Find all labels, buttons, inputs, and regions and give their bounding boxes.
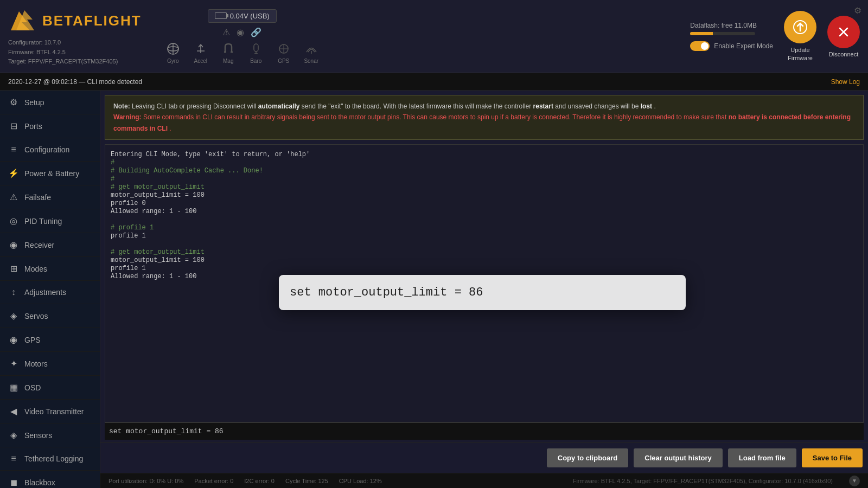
sidebar: ⚙ Setup ⊟ Ports ≡ Configuration ⚡ Power … xyxy=(0,91,100,488)
sidebar-label-adjustments: Adjustments xyxy=(24,288,66,297)
note-text2: send the "exit" to the board. With the l… xyxy=(302,102,533,110)
sensor-gyro[interactable]: Gyro xyxy=(163,41,183,64)
port-util-item: Port utilization: D: 0% U: 0% xyxy=(108,478,183,484)
expert-mode-toggle[interactable] xyxy=(690,41,710,51)
show-log-button[interactable]: Show Log xyxy=(831,78,860,86)
video-tx-icon: ◀ xyxy=(8,406,19,416)
topbar: ⚙ BETAFLIGHT Configurator: 10.7.0 Firmwa… xyxy=(0,0,868,73)
load-from-file-button[interactable]: Load from file xyxy=(728,448,796,467)
configuration-icon: ≡ xyxy=(8,145,19,155)
sensor-baro[interactable]: Baro xyxy=(246,41,266,64)
cli-line-5: motor_output_limit = 100 xyxy=(111,191,858,199)
sidebar-item-tethered-logging[interactable]: ≡ Tethered Logging xyxy=(0,447,100,471)
sidebar-label-blackbox: Blackbox xyxy=(24,478,55,487)
cli-terminal[interactable]: Entering CLI Mode, type 'exit' to return… xyxy=(105,144,864,422)
sonar-label: Sonar xyxy=(304,58,318,64)
content-area: Note: Leaving CLI tab or pressing Discon… xyxy=(100,91,868,488)
warning-label: Warning: xyxy=(113,113,142,121)
cli-line-7: Allowed range: 1 - 100 xyxy=(111,208,858,215)
sidebar-label-configuration: Configuration xyxy=(24,145,69,154)
sidebar-label-video-tx: Video Transmitter xyxy=(24,407,84,416)
note-label: Note: xyxy=(113,102,130,110)
settings-icon[interactable]: ⚙ xyxy=(854,5,861,16)
cli-input-area xyxy=(105,422,864,440)
sidebar-item-blackbox[interactable]: ◼ Blackbox xyxy=(0,471,100,488)
copy-clipboard-button[interactable]: Copy to clipboard xyxy=(547,448,629,467)
note-period: . xyxy=(654,102,655,110)
servos-icon: ◈ xyxy=(8,311,19,321)
sensors-area: 0.04V (USB) ⚠ ◉ 🔗 Gyro Accel xyxy=(163,9,321,64)
expert-mode-area: Enable Expert Mode xyxy=(690,41,773,51)
sensor-gps[interactable]: GPS xyxy=(274,41,293,64)
sidebar-item-configuration[interactable]: ≡ Configuration xyxy=(0,138,100,162)
app-name: BETAFLIGHT xyxy=(42,12,142,29)
modes-icon: ⊞ xyxy=(8,264,19,274)
cpu-load-label: CPU Load: 12% xyxy=(339,478,382,484)
packet-error-label: Packet error: 0 xyxy=(194,478,233,484)
accel-label: Accel xyxy=(194,58,207,64)
update-firmware-button[interactable]: UpdateFirmware xyxy=(784,11,816,62)
cli-line-2: # Building AutoComplete Cache ... Done! xyxy=(111,167,858,175)
sidebar-label-servos: Servos xyxy=(24,312,48,320)
sensor-accel[interactable]: Accel xyxy=(191,41,210,64)
gyro-icon xyxy=(163,41,183,57)
bottom-buttons: Copy to clipboard Clear output history L… xyxy=(100,442,868,473)
warning-line: Warning: Some commands in CLI can result… xyxy=(113,112,855,134)
sidebar-item-video-transmitter[interactable]: ◀ Video Transmitter xyxy=(0,400,100,423)
pid-icon: ◎ xyxy=(8,216,19,226)
scroll-to-bottom-button[interactable]: ▼ xyxy=(849,476,860,486)
sidebar-label-modes: Modes xyxy=(24,265,47,273)
restart-text: restart xyxy=(533,102,553,110)
sidebar-item-sensors[interactable]: ◈ Sensors xyxy=(0,423,100,447)
i2c-error-label: I2C error: 0 xyxy=(244,478,275,484)
dataflash-fill xyxy=(690,32,713,35)
sidebar-item-gps[interactable]: ◉ GPS xyxy=(0,328,100,352)
sidebar-item-osd[interactable]: ▦ OSD xyxy=(0,376,100,400)
tethered-logging-icon: ≡ xyxy=(8,454,19,464)
save-to-file-button[interactable]: Save to File xyxy=(802,448,863,467)
sidebar-item-failsafe[interactable]: ⚠ Failsafe xyxy=(0,185,100,209)
sidebar-item-pid-tuning[interactable]: ◎ PID Tuning xyxy=(0,209,100,233)
cli-line-4: # get motor_output_limit xyxy=(111,183,858,191)
wifi-icon[interactable]: ◉ xyxy=(237,27,244,37)
sidebar-item-adjustments[interactable]: ↕ Adjustments xyxy=(0,281,100,304)
mag-label: Mag xyxy=(223,58,233,64)
app-version-info: Configurator: 10.7.0 Firmware: BTFL 4.2.… xyxy=(8,38,142,67)
disconnect-label: Disconnect xyxy=(829,51,858,57)
sidebar-item-ports[interactable]: ⊟ Ports xyxy=(0,114,100,138)
cli-line-11 xyxy=(111,240,858,248)
logo-img: BETAFLIGHT xyxy=(8,6,142,36)
cli-line-14: profile 1 xyxy=(111,265,858,272)
gps-label: GPS xyxy=(278,58,289,64)
sidebar-label-motors: Motors xyxy=(24,359,48,368)
sidebar-item-motors[interactable]: ✦ Motors xyxy=(0,352,100,376)
autocomplete-input[interactable] xyxy=(290,286,675,299)
sidebar-label-pid: PID Tuning xyxy=(24,217,62,226)
sidebar-item-power-battery[interactable]: ⚡ Power & Battery xyxy=(0,162,100,185)
sidebar-item-servos[interactable]: ◈ Servos xyxy=(0,304,100,328)
sidebar-item-modes[interactable]: ⊞ Modes xyxy=(0,257,100,281)
sidebar-label-power-battery: Power & Battery xyxy=(24,169,79,178)
auto-send-text: automatically xyxy=(258,102,300,110)
cli-input-field[interactable] xyxy=(109,427,859,435)
disconnect-button[interactable]: Disconnect xyxy=(827,16,860,57)
accel-icon xyxy=(191,41,210,57)
sidebar-item-setup[interactable]: ⚙ Setup xyxy=(0,91,100,114)
dataflash-label: Dataflash: free 11.0MB xyxy=(690,22,773,29)
clear-output-button[interactable]: Clear output history xyxy=(634,448,723,467)
warning-box: Note: Leaving CLI tab or pressing Discon… xyxy=(105,95,864,140)
sensor-mag[interactable]: Mag xyxy=(219,41,238,64)
port-util-label: Port utilization: D: 0% U: 0% xyxy=(108,478,183,484)
cli-line-9: # profile 1 xyxy=(111,224,858,232)
update-firmware-label: UpdateFirmware xyxy=(788,46,813,62)
link-icon[interactable]: 🔗 xyxy=(251,27,261,37)
dataflash-area: Dataflash: free 11.0MB Enable Expert Mod… xyxy=(690,22,773,51)
setup-icon: ⚙ xyxy=(8,97,19,107)
betaflight-logo-icon xyxy=(8,6,38,36)
sidebar-item-receiver[interactable]: ◉ Receiver xyxy=(0,233,100,257)
baro-label: Baro xyxy=(250,58,261,64)
sensor-sonar[interactable]: Sonar xyxy=(302,41,321,64)
alert-icon[interactable]: ⚠ xyxy=(222,27,230,37)
note-text3: and unsaved changes will be xyxy=(555,102,640,110)
cli-line-13: motor_output_limit = 100 xyxy=(111,256,858,264)
